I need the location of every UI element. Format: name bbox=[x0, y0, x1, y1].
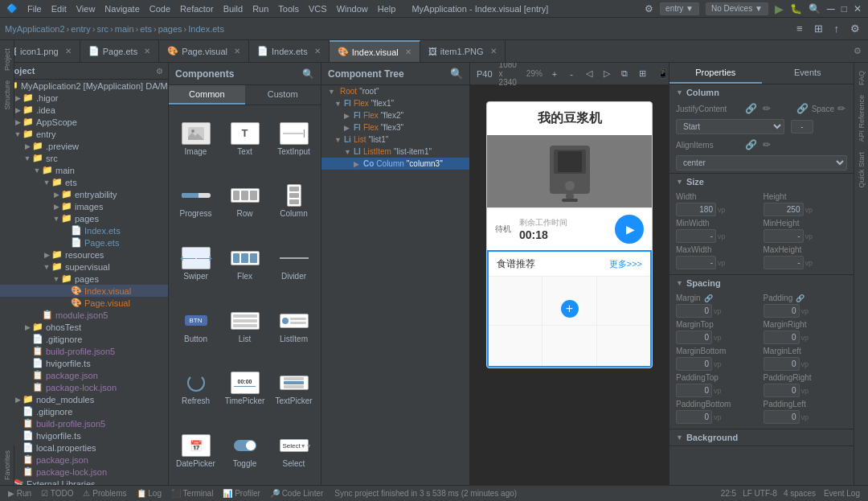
props-section-size-header[interactable]: ▼ Size bbox=[669, 174, 854, 190]
tree-ext-libs[interactable]: ▶ 📚 External Libraries bbox=[0, 478, 168, 485]
comp-tree-search-icon[interactable]: 🔍 bbox=[450, 68, 463, 80]
ctree-column[interactable]: ▶ Co Column "column3" bbox=[321, 158, 469, 170]
comp-timepicker[interactable]: 00:00 TimePicker bbox=[221, 359, 268, 420]
faq-strip-btn[interactable]: FAQ bbox=[858, 66, 866, 90]
canvas-back-btn[interactable]: ◁ bbox=[583, 67, 596, 80]
todo-status-btn[interactable]: ☑ TODO bbox=[39, 489, 75, 498]
tree-buildprofile[interactable]: 📋 build-profile.json5 bbox=[0, 345, 168, 357]
breadcrumb-src[interactable]: src bbox=[96, 24, 108, 34]
tree-localprops[interactable]: 📄 local.properties bbox=[0, 441, 168, 454]
padding-link-icon[interactable]: 🔗 bbox=[794, 294, 806, 302]
tree-entry[interactable]: ▼ 📁 entry bbox=[0, 128, 168, 140]
collapse-btn[interactable]: ↑ bbox=[831, 21, 843, 36]
space-input[interactable] bbox=[791, 120, 813, 133]
tree-supervisual[interactable]: ▼ 📁 supervisual bbox=[0, 261, 168, 273]
ctree-listitem[interactable]: ▼ LI ListItem "list-item1" bbox=[321, 146, 469, 158]
props-tab-events[interactable]: Events bbox=[762, 63, 854, 84]
tree-buildprofile2[interactable]: 📋 build-profile.json5 bbox=[0, 417, 168, 429]
structure-strip-btn[interactable]: Structure bbox=[3, 76, 11, 115]
minheight-input[interactable] bbox=[764, 229, 804, 243]
minimize-btn[interactable]: ─ bbox=[827, 2, 835, 15]
canvas-container[interactable]: 我的豆浆机 bbox=[470, 85, 669, 485]
justify-content-select[interactable]: Start Center End SpaceBetween bbox=[676, 119, 784, 134]
margintop-input[interactable] bbox=[676, 331, 712, 344]
comp-refresh[interactable]: Refresh bbox=[172, 359, 219, 420]
menu-window[interactable]: Window bbox=[337, 4, 368, 14]
breadcrumb-ets[interactable]: ets bbox=[140, 24, 152, 34]
event-log-btn[interactable]: Event Log bbox=[822, 489, 862, 498]
menu-vcs[interactable]: VCS bbox=[309, 4, 327, 14]
api-strip-btn[interactable]: API Reference bbox=[858, 90, 866, 147]
project-view-btn[interactable]: ≡ bbox=[793, 21, 806, 36]
canvas-copy-btn[interactable]: ⧉ bbox=[618, 67, 631, 80]
props-section-background-header[interactable]: ▼ Background bbox=[669, 429, 854, 446]
tree-ohostest[interactable]: ▶ 📁 ohosTest bbox=[0, 321, 168, 333]
tree-appscope[interactable]: ▶ 📁 AppScope bbox=[0, 116, 168, 128]
ctree-flex1[interactable]: ▼ Fl Flex "flex1" bbox=[321, 97, 469, 109]
tree-package[interactable]: 📋 package.json bbox=[0, 369, 168, 381]
margin-input[interactable] bbox=[676, 304, 712, 318]
tree-modulejson5[interactable]: 📋 module.json5 bbox=[0, 309, 168, 321]
add-component-btn[interactable]: + bbox=[561, 300, 579, 318]
more-label[interactable]: 更多>>> bbox=[609, 258, 642, 270]
zoom-out-btn[interactable]: - bbox=[567, 68, 576, 80]
menu-build[interactable]: Build bbox=[223, 4, 243, 14]
tree-pages[interactable]: ▼ 📁 pages bbox=[0, 212, 168, 224]
align-items-edit-icon[interactable]: ✏ bbox=[761, 139, 772, 150]
justify-content-edit-icon[interactable]: ✏ bbox=[761, 103, 772, 114]
comp-button[interactable]: BTN Button bbox=[172, 296, 219, 357]
tree-gitignore[interactable]: 📄 .gitignore bbox=[0, 333, 168, 345]
comp-textinput[interactable]: | TextInput bbox=[270, 109, 317, 170]
tree-higor[interactable]: ▶ 📁 .higor bbox=[0, 92, 168, 104]
terminal-status-btn[interactable]: ⬛ Terminal bbox=[170, 489, 215, 498]
tab-indexEts[interactable]: 📄 Index.ets ✕ bbox=[249, 40, 330, 62]
tree-packagelock2[interactable]: 📋 package-lock.json bbox=[0, 466, 168, 478]
tree-preview[interactable]: ▶ 📁 .preview bbox=[0, 140, 168, 152]
ctree-list[interactable]: ▼ Li List "list1" bbox=[321, 133, 469, 146]
tab-close-icon1[interactable]: ✕ bbox=[65, 47, 72, 55]
menu-tools[interactable]: Tools bbox=[278, 4, 299, 14]
comp-tab-common[interactable]: Common bbox=[169, 85, 245, 105]
comp-divider[interactable]: Divider bbox=[270, 233, 317, 294]
tree-ets[interactable]: ▼ 📁 ets bbox=[0, 176, 168, 188]
ctree-flex3[interactable]: ▶ Fl Flex "flex3" bbox=[321, 121, 469, 133]
tree-myapp[interactable]: ▼ 📁 MyApplication2 [MyApplication] DA/My… bbox=[0, 80, 168, 92]
tab-settings-btn[interactable]: ⚙ bbox=[854, 46, 862, 56]
paddingbottom-input[interactable] bbox=[676, 410, 712, 424]
settings-btn[interactable]: ⚙ bbox=[645, 2, 653, 15]
paddingleft-input[interactable] bbox=[764, 410, 800, 424]
comp-image[interactable]: Image bbox=[172, 109, 219, 170]
comp-select[interactable]: Select ▼ Select bbox=[270, 421, 317, 482]
tree-entryability[interactable]: ▶ 📁 entryability bbox=[0, 188, 168, 200]
height-input[interactable] bbox=[764, 203, 804, 216]
comp-swiper[interactable]: ⟵⟶ Swiper bbox=[172, 233, 219, 294]
tab-close-pageVisual[interactable]: ✕ bbox=[234, 47, 240, 55]
canvas-phone-btn[interactable]: 📱 bbox=[654, 67, 669, 80]
tab-pageEts[interactable]: 📄 Page.ets ✕ bbox=[80, 40, 159, 62]
ctree-root[interactable]: ▼ Root "root" bbox=[321, 85, 469, 97]
tree-supervisual-pages[interactable]: ▼ 📁 pages bbox=[0, 273, 168, 285]
no-devices-dropdown[interactable]: No Devices ▼ bbox=[706, 2, 768, 15]
comp-toggle[interactable]: Toggle bbox=[221, 421, 268, 482]
space-link-icon[interactable]: 🔗 bbox=[795, 103, 810, 114]
tab-close-item1[interactable]: ✕ bbox=[490, 47, 497, 55]
menu-code[interactable]: Code bbox=[149, 4, 170, 14]
tree-hvigor[interactable]: 📄 hvigorfile.ts bbox=[0, 357, 168, 369]
comp-list[interactable]: List bbox=[221, 296, 268, 357]
menu-view[interactable]: View bbox=[76, 4, 96, 14]
components-search-icon[interactable]: 🔍 bbox=[302, 68, 314, 80]
tree-src[interactable]: ▼ 📁 src bbox=[0, 152, 168, 164]
entry-dropdown[interactable]: entry ▼ bbox=[660, 2, 699, 15]
menu-help[interactable]: Help bbox=[378, 4, 396, 14]
menu-navigate[interactable]: Navigate bbox=[104, 4, 139, 14]
tree-idea[interactable]: ▶ 📁 .idea bbox=[0, 104, 168, 116]
tree-nodemodules[interactable]: ▶ 📁 node_modules bbox=[0, 393, 168, 405]
width-input[interactable] bbox=[676, 203, 716, 216]
canvas-forward-btn[interactable]: ▷ bbox=[600, 67, 613, 80]
tree-main[interactable]: ▼ 📁 main bbox=[0, 164, 168, 176]
tree-resources[interactable]: ▶ 📁 resources bbox=[0, 248, 168, 261]
tree-pagevisual[interactable]: 🎨 Page.visual bbox=[0, 297, 168, 309]
canvas-view-btn[interactable]: ⊞ bbox=[636, 67, 649, 80]
tab-indexVisual[interactable]: 🎨 Index.visual ✕ bbox=[330, 40, 420, 62]
tree-indexvisual[interactable]: 🎨 Index.visual bbox=[0, 285, 168, 297]
